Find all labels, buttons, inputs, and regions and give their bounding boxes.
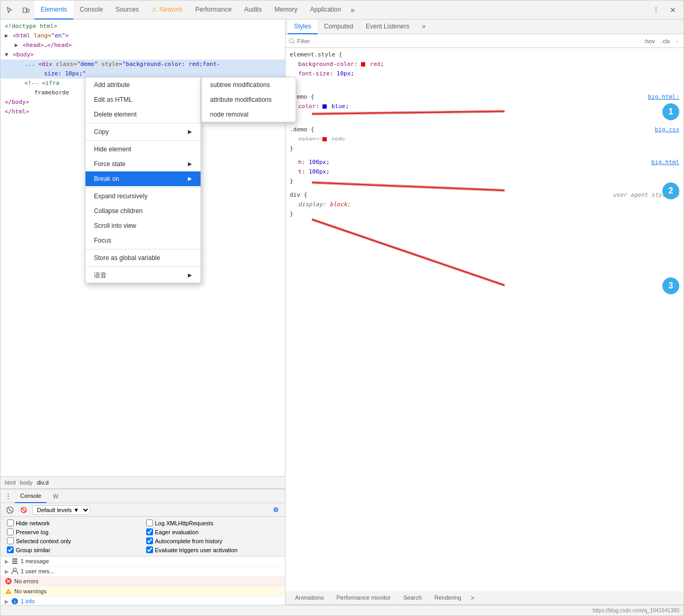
ctx-collapse-children[interactable]: Collapse children bbox=[86, 204, 201, 218]
css-rule-demo-html: .demo { big.html: color: blue; } bbox=[290, 92, 679, 121]
tab-computed[interactable]: Computed bbox=[318, 20, 359, 34]
list-icon bbox=[11, 557, 18, 565]
tab-audits[interactable]: Audits bbox=[238, 1, 268, 20]
expand-icon[interactable]: ▶ bbox=[5, 559, 9, 564]
preserve-log-checkbox[interactable] bbox=[7, 528, 14, 535]
msg-1-message[interactable]: ▶ 1 message bbox=[1, 556, 285, 566]
tab-console-bottom[interactable]: Console bbox=[15, 489, 46, 503]
dom-line-head[interactable]: ▶ <head>…</head> bbox=[1, 41, 285, 50]
tab-event-listeners[interactable]: Event Listeners bbox=[359, 20, 416, 34]
ctx-hide-element[interactable]: Hide element bbox=[86, 142, 201, 157]
devtools-footer: https://blog.csdn.com/q_1041641380 bbox=[1, 605, 683, 615]
tab-console[interactable]: Console bbox=[73, 1, 109, 20]
hide-network-checkbox[interactable] bbox=[7, 519, 14, 526]
eager-eval-checkbox[interactable] bbox=[146, 528, 153, 535]
dom-line-body[interactable]: ▼ <body> bbox=[1, 50, 285, 60]
dom-line-div-selected[interactable]: ... <div class="demo" style="background-… bbox=[1, 60, 285, 69]
console-tabbar: ⋮ Console W bbox=[1, 489, 285, 503]
autocomplete-checkbox[interactable] bbox=[146, 537, 153, 544]
tab-animations[interactable]: Animations bbox=[290, 591, 329, 605]
more-styles-tabs[interactable]: » bbox=[416, 20, 432, 34]
expand-icon[interactable]: ▶ bbox=[5, 32, 8, 39]
tab-rendering[interactable]: Rendering bbox=[429, 591, 467, 605]
css-source-big-html[interactable]: big.html: bbox=[648, 92, 679, 102]
tab-memory[interactable]: Memory bbox=[268, 1, 303, 20]
svg-rect-8 bbox=[12, 563, 17, 564]
svg-rect-7 bbox=[12, 561, 17, 562]
msg-info[interactable]: ▶ i 1 info bbox=[1, 596, 285, 605]
tab-performance-monitor[interactable]: Performance monitor bbox=[331, 591, 396, 605]
svg-rect-0 bbox=[23, 8, 26, 13]
cursor-icon[interactable] bbox=[3, 3, 17, 17]
ctx-copy[interactable]: Copy ▶ bbox=[86, 124, 201, 139]
ctx-force-state[interactable]: Force state ▶ bbox=[86, 157, 201, 171]
tab-w[interactable]: W bbox=[48, 489, 63, 503]
breadcrumb-body[interactable]: body bbox=[20, 479, 33, 486]
expand-icon[interactable]: ▼ bbox=[5, 51, 8, 58]
color-swatch-red2[interactable] bbox=[322, 137, 327, 141]
ctx-focus[interactable]: Focus bbox=[86, 233, 201, 248]
tab-application[interactable]: Application bbox=[304, 1, 348, 20]
user-icon bbox=[11, 567, 18, 575]
breadcrumb-div[interactable]: div.d bbox=[37, 479, 49, 486]
cls-filter-tag[interactable]: .cls bbox=[659, 37, 672, 45]
sub-ctx-node-removal[interactable]: node removal bbox=[202, 107, 296, 122]
log-xmlhttp-checkbox[interactable] bbox=[146, 519, 153, 526]
console-messages: ▶ 1 message ▶ 1 user mes... No errors bbox=[1, 556, 285, 605]
submenu-arrow: ▶ bbox=[188, 271, 192, 280]
css-source-big-html2[interactable]: big.html bbox=[651, 158, 679, 167]
error-icon bbox=[5, 578, 12, 585]
tab-network[interactable]: ⚠ Network bbox=[145, 1, 189, 20]
ctx-store-global[interactable]: Store as global variable bbox=[86, 251, 201, 265]
css-source-big-css[interactable]: big.css bbox=[655, 125, 679, 134]
ctx-edit-html[interactable]: Edit as HTML bbox=[86, 92, 201, 107]
expand-icon[interactable]: ▶ bbox=[15, 42, 18, 49]
group-similar-checkbox[interactable] bbox=[7, 546, 14, 553]
msg-no-errors[interactable]: No errors bbox=[1, 576, 285, 586]
tab-search[interactable]: Search bbox=[398, 591, 427, 605]
console-area: ⋮ Console W bbox=[1, 489, 285, 605]
tab-sources[interactable]: Sources bbox=[109, 1, 145, 20]
filter-input[interactable] bbox=[297, 38, 640, 44]
ctx-scroll-into-view[interactable]: Scroll into view bbox=[86, 218, 201, 233]
submenu-arrow: ▶ bbox=[188, 127, 192, 137]
msg-no-warnings[interactable]: ! No warnings bbox=[1, 586, 285, 596]
ctx-delete-element[interactable]: Delete element bbox=[86, 107, 201, 122]
three-dots-icon[interactable] bbox=[649, 3, 663, 17]
dom-line-html[interactable]: ▶ <html lang="en"> bbox=[1, 31, 285, 41]
dash-filter-tag[interactable]: - bbox=[674, 37, 680, 45]
device-toggle-icon[interactable] bbox=[18, 3, 33, 17]
css-rules-area: element.style { background-color: red; f… bbox=[286, 48, 683, 591]
sub-ctx-attribute[interactable]: attribute modifications bbox=[202, 92, 296, 107]
color-swatch-red[interactable] bbox=[361, 62, 365, 66]
info-icon: i bbox=[11, 598, 18, 605]
breadcrumb-html[interactable]: html bbox=[5, 479, 16, 486]
settings-icon[interactable]: ⚙ bbox=[270, 505, 281, 515]
sub-context-menu: subtree modifications attribute modifica… bbox=[201, 77, 296, 122]
evaluate-triggers-checkbox[interactable] bbox=[146, 546, 153, 553]
circle-2: 2 bbox=[662, 182, 679, 199]
clear-console-button[interactable] bbox=[5, 505, 15, 515]
sub-ctx-subtree[interactable]: subtree modifications bbox=[202, 78, 296, 92]
ctx-expand-recursively[interactable]: Expand recursively bbox=[86, 189, 201, 204]
ctx-add-attribute[interactable]: Add attribute bbox=[86, 78, 201, 92]
block-icon[interactable] bbox=[18, 505, 29, 515]
color-swatch-blue[interactable] bbox=[322, 104, 327, 109]
ctx-yuyin[interactable]: 语音 ▶ bbox=[86, 268, 201, 283]
console-menu-icon[interactable]: ⋮ bbox=[5, 492, 12, 500]
ctx-break-on[interactable]: Break on ▶ bbox=[86, 171, 201, 186]
console-settings: Hide network Log XMLHttpRequests Preserv… bbox=[1, 517, 285, 556]
more-tabs-button[interactable]: » bbox=[347, 1, 358, 20]
expand-icon[interactable]: ▶ bbox=[5, 569, 9, 574]
selected-context-checkbox[interactable] bbox=[7, 537, 14, 544]
level-select[interactable]: Default levels ▼ bbox=[32, 505, 90, 515]
autocomplete-check: Autocomplete from history bbox=[146, 537, 279, 545]
expand-icon[interactable]: ▶ bbox=[5, 599, 9, 604]
hov-filter-tag[interactable]: :hov bbox=[642, 37, 657, 45]
tab-styles[interactable]: Styles bbox=[288, 20, 318, 34]
more-bottom-tabs[interactable]: > bbox=[469, 594, 477, 602]
close-devtools-icon[interactable]: ✕ bbox=[666, 3, 680, 17]
tab-elements[interactable]: Elements bbox=[34, 1, 73, 20]
msg-user[interactable]: ▶ 1 user mes... bbox=[1, 566, 285, 576]
tab-performance[interactable]: Performance bbox=[189, 1, 238, 20]
